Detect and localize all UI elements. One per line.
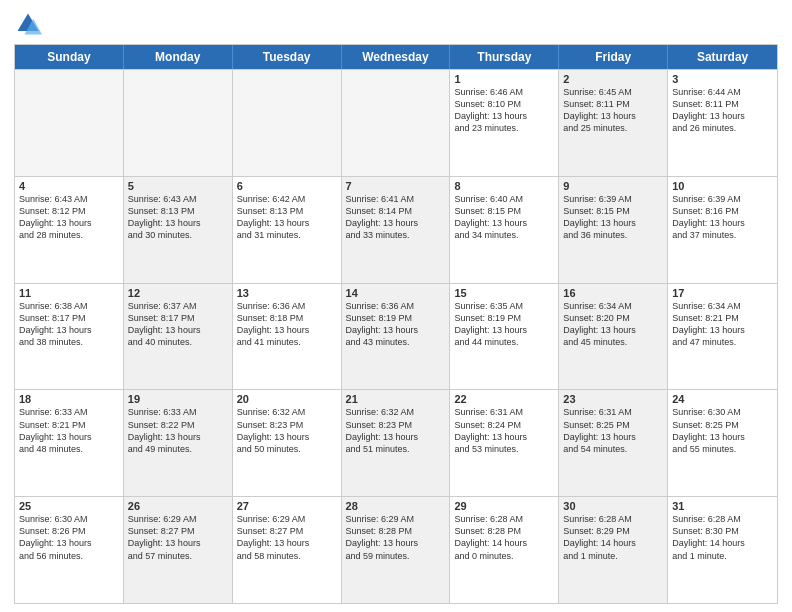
calendar-cell: 7Sunrise: 6:41 AM Sunset: 8:14 PM Daylig… [342, 177, 451, 283]
day-info: Sunrise: 6:40 AM Sunset: 8:15 PM Dayligh… [454, 193, 554, 242]
calendar-cell: 21Sunrise: 6:32 AM Sunset: 8:23 PM Dayli… [342, 390, 451, 496]
day-number: 6 [237, 180, 337, 192]
day-number: 19 [128, 393, 228, 405]
calendar-row-4: 18Sunrise: 6:33 AM Sunset: 8:21 PM Dayli… [15, 389, 777, 496]
day-info: Sunrise: 6:44 AM Sunset: 8:11 PM Dayligh… [672, 86, 773, 135]
calendar-cell: 24Sunrise: 6:30 AM Sunset: 8:25 PM Dayli… [668, 390, 777, 496]
calendar-cell: 19Sunrise: 6:33 AM Sunset: 8:22 PM Dayli… [124, 390, 233, 496]
calendar-cell: 27Sunrise: 6:29 AM Sunset: 8:27 PM Dayli… [233, 497, 342, 603]
day-info: Sunrise: 6:33 AM Sunset: 8:21 PM Dayligh… [19, 406, 119, 455]
calendar: SundayMondayTuesdayWednesdayThursdayFrid… [14, 44, 778, 604]
calendar-cell: 3Sunrise: 6:44 AM Sunset: 8:11 PM Daylig… [668, 70, 777, 176]
day-info: Sunrise: 6:28 AM Sunset: 8:30 PM Dayligh… [672, 513, 773, 562]
day-number: 26 [128, 500, 228, 512]
day-info: Sunrise: 6:37 AM Sunset: 8:17 PM Dayligh… [128, 300, 228, 349]
day-number: 13 [237, 287, 337, 299]
day-number: 10 [672, 180, 773, 192]
day-number: 25 [19, 500, 119, 512]
day-number: 7 [346, 180, 446, 192]
day-number: 27 [237, 500, 337, 512]
calendar-cell: 14Sunrise: 6:36 AM Sunset: 8:19 PM Dayli… [342, 284, 451, 390]
calendar-row-1: 1Sunrise: 6:46 AM Sunset: 8:10 PM Daylig… [15, 69, 777, 176]
calendar-row-2: 4Sunrise: 6:43 AM Sunset: 8:12 PM Daylig… [15, 176, 777, 283]
calendar-cell: 22Sunrise: 6:31 AM Sunset: 8:24 PM Dayli… [450, 390, 559, 496]
day-number: 22 [454, 393, 554, 405]
day-info: Sunrise: 6:46 AM Sunset: 8:10 PM Dayligh… [454, 86, 554, 135]
calendar-cell: 1Sunrise: 6:46 AM Sunset: 8:10 PM Daylig… [450, 70, 559, 176]
day-info: Sunrise: 6:36 AM Sunset: 8:18 PM Dayligh… [237, 300, 337, 349]
calendar-header-wednesday: Wednesday [342, 45, 451, 69]
calendar-header-friday: Friday [559, 45, 668, 69]
day-info: Sunrise: 6:32 AM Sunset: 8:23 PM Dayligh… [237, 406, 337, 455]
day-info: Sunrise: 6:28 AM Sunset: 8:28 PM Dayligh… [454, 513, 554, 562]
day-info: Sunrise: 6:32 AM Sunset: 8:23 PM Dayligh… [346, 406, 446, 455]
calendar-header-thursday: Thursday [450, 45, 559, 69]
calendar-header-row: SundayMondayTuesdayWednesdayThursdayFrid… [15, 45, 777, 69]
calendar-cell: 25Sunrise: 6:30 AM Sunset: 8:26 PM Dayli… [15, 497, 124, 603]
page: SundayMondayTuesdayWednesdayThursdayFrid… [0, 0, 792, 612]
calendar-cell: 28Sunrise: 6:29 AM Sunset: 8:28 PM Dayli… [342, 497, 451, 603]
day-info: Sunrise: 6:30 AM Sunset: 8:26 PM Dayligh… [19, 513, 119, 562]
calendar-cell: 18Sunrise: 6:33 AM Sunset: 8:21 PM Dayli… [15, 390, 124, 496]
day-number: 20 [237, 393, 337, 405]
calendar-cell: 30Sunrise: 6:28 AM Sunset: 8:29 PM Dayli… [559, 497, 668, 603]
day-info: Sunrise: 6:33 AM Sunset: 8:22 PM Dayligh… [128, 406, 228, 455]
calendar-cell: 26Sunrise: 6:29 AM Sunset: 8:27 PM Dayli… [124, 497, 233, 603]
day-info: Sunrise: 6:34 AM Sunset: 8:20 PM Dayligh… [563, 300, 663, 349]
day-number: 2 [563, 73, 663, 85]
calendar-cell [15, 70, 124, 176]
day-number: 4 [19, 180, 119, 192]
day-number: 17 [672, 287, 773, 299]
calendar-cell: 5Sunrise: 6:43 AM Sunset: 8:13 PM Daylig… [124, 177, 233, 283]
day-number: 1 [454, 73, 554, 85]
day-number: 23 [563, 393, 663, 405]
calendar-row-5: 25Sunrise: 6:30 AM Sunset: 8:26 PM Dayli… [15, 496, 777, 603]
calendar-header-saturday: Saturday [668, 45, 777, 69]
day-info: Sunrise: 6:39 AM Sunset: 8:16 PM Dayligh… [672, 193, 773, 242]
day-info: Sunrise: 6:28 AM Sunset: 8:29 PM Dayligh… [563, 513, 663, 562]
logo [14, 10, 46, 38]
day-number: 24 [672, 393, 773, 405]
day-info: Sunrise: 6:41 AM Sunset: 8:14 PM Dayligh… [346, 193, 446, 242]
calendar-cell: 20Sunrise: 6:32 AM Sunset: 8:23 PM Dayli… [233, 390, 342, 496]
calendar-body: 1Sunrise: 6:46 AM Sunset: 8:10 PM Daylig… [15, 69, 777, 603]
day-info: Sunrise: 6:39 AM Sunset: 8:15 PM Dayligh… [563, 193, 663, 242]
day-number: 14 [346, 287, 446, 299]
calendar-cell [233, 70, 342, 176]
day-number: 3 [672, 73, 773, 85]
day-info: Sunrise: 6:29 AM Sunset: 8:27 PM Dayligh… [237, 513, 337, 562]
calendar-cell: 17Sunrise: 6:34 AM Sunset: 8:21 PM Dayli… [668, 284, 777, 390]
day-number: 15 [454, 287, 554, 299]
calendar-header-monday: Monday [124, 45, 233, 69]
calendar-cell: 29Sunrise: 6:28 AM Sunset: 8:28 PM Dayli… [450, 497, 559, 603]
day-number: 12 [128, 287, 228, 299]
day-info: Sunrise: 6:42 AM Sunset: 8:13 PM Dayligh… [237, 193, 337, 242]
calendar-cell: 15Sunrise: 6:35 AM Sunset: 8:19 PM Dayli… [450, 284, 559, 390]
calendar-header-sunday: Sunday [15, 45, 124, 69]
header [14, 10, 778, 38]
day-info: Sunrise: 6:45 AM Sunset: 8:11 PM Dayligh… [563, 86, 663, 135]
day-number: 11 [19, 287, 119, 299]
day-info: Sunrise: 6:29 AM Sunset: 8:27 PM Dayligh… [128, 513, 228, 562]
day-number: 9 [563, 180, 663, 192]
day-number: 8 [454, 180, 554, 192]
day-info: Sunrise: 6:31 AM Sunset: 8:25 PM Dayligh… [563, 406, 663, 455]
calendar-cell [342, 70, 451, 176]
day-info: Sunrise: 6:38 AM Sunset: 8:17 PM Dayligh… [19, 300, 119, 349]
day-number: 30 [563, 500, 663, 512]
day-info: Sunrise: 6:36 AM Sunset: 8:19 PM Dayligh… [346, 300, 446, 349]
day-info: Sunrise: 6:43 AM Sunset: 8:13 PM Dayligh… [128, 193, 228, 242]
logo-icon [14, 10, 42, 38]
day-info: Sunrise: 6:30 AM Sunset: 8:25 PM Dayligh… [672, 406, 773, 455]
day-info: Sunrise: 6:31 AM Sunset: 8:24 PM Dayligh… [454, 406, 554, 455]
calendar-cell: 10Sunrise: 6:39 AM Sunset: 8:16 PM Dayli… [668, 177, 777, 283]
calendar-cell: 16Sunrise: 6:34 AM Sunset: 8:20 PM Dayli… [559, 284, 668, 390]
calendar-cell: 12Sunrise: 6:37 AM Sunset: 8:17 PM Dayli… [124, 284, 233, 390]
calendar-header-tuesday: Tuesday [233, 45, 342, 69]
calendar-cell: 8Sunrise: 6:40 AM Sunset: 8:15 PM Daylig… [450, 177, 559, 283]
day-info: Sunrise: 6:35 AM Sunset: 8:19 PM Dayligh… [454, 300, 554, 349]
day-number: 16 [563, 287, 663, 299]
calendar-cell: 31Sunrise: 6:28 AM Sunset: 8:30 PM Dayli… [668, 497, 777, 603]
calendar-cell: 11Sunrise: 6:38 AM Sunset: 8:17 PM Dayli… [15, 284, 124, 390]
calendar-cell: 2Sunrise: 6:45 AM Sunset: 8:11 PM Daylig… [559, 70, 668, 176]
